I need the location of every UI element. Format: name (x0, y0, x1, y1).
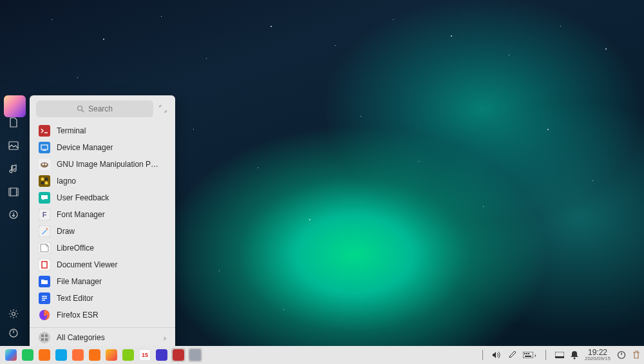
device-icon (39, 142, 50, 153)
search-placeholder: Search (88, 104, 113, 113)
svg-point-19 (41, 178, 44, 181)
system-icon[interactable] (155, 348, 169, 362)
all-categories-label: All Categories (57, 333, 105, 342)
launcher-left-rail-bottom (4, 309, 23, 338)
svg-point-9 (77, 106, 82, 111)
image-icon[interactable] (8, 140, 19, 151)
files-icon (39, 276, 50, 287)
svg-point-44 (573, 358, 575, 359)
app-item-label: Firefox ESR (57, 311, 99, 320)
app-item-iagno[interactable]: Iagno (30, 173, 175, 189)
app-list: Terminal Device Manager GNU Image Manipu… (30, 121, 175, 325)
app-item-docviewer[interactable]: Document Viewer (30, 256, 175, 273)
svg-rect-34 (45, 334, 48, 337)
app-item-device[interactable]: Device Manager (30, 139, 175, 156)
search-icon (77, 105, 84, 113)
settings-icon[interactable] (8, 309, 19, 319)
libreoffice-icon (39, 242, 50, 254)
svg-rect-35 (41, 338, 44, 341)
color-picker-icon[interactable] (507, 350, 516, 359)
app-item-terminal[interactable]: Terminal (30, 122, 175, 139)
svg-point-17 (45, 164, 47, 166)
volume-icon[interactable] (492, 351, 501, 359)
svg-point-7 (12, 312, 15, 316)
taskbar-right: › 19:22 2020/09/15 (480, 349, 640, 361)
svg-rect-13 (43, 150, 46, 151)
svg-rect-2 (9, 142, 18, 149)
notification-icon[interactable] (571, 350, 578, 359)
app-item-label: Iagno (57, 177, 76, 186)
user-avatar[interactable] (4, 95, 26, 117)
terminal-task-icon[interactable] (171, 348, 185, 362)
app-item-firefox[interactable]: Firefox ESR (30, 307, 175, 323)
svg-rect-5 (16, 188, 17, 196)
svg-rect-39 (526, 353, 527, 354)
app-item-draw[interactable]: Draw (30, 223, 175, 240)
appstore-icon[interactable] (88, 348, 102, 362)
gimp-icon (39, 158, 50, 170)
svg-point-22 (45, 182, 48, 185)
filemanager-icon[interactable] (54, 348, 68, 362)
chevron-right-icon: › (164, 333, 166, 343)
video-icon[interactable] (8, 186, 19, 198)
app-item-label: Device Manager (57, 143, 113, 152)
power-icon[interactable] (8, 328, 19, 338)
categories-icon (39, 332, 50, 343)
clock-date: 2020/09/15 (585, 356, 611, 361)
svg-rect-43 (555, 356, 564, 358)
svg-point-21 (41, 182, 44, 185)
svg-rect-11 (39, 142, 50, 153)
separator (545, 350, 546, 360)
downloads-icon[interactable] (8, 209, 19, 221)
svg-rect-4 (10, 188, 11, 196)
app-item-label: Document Viewer (57, 260, 118, 269)
app-item-text[interactable]: Text Editor (30, 290, 175, 307)
gimp-task-icon[interactable] (188, 348, 202, 362)
taskbar-left: 15 (4, 348, 202, 362)
clock[interactable]: 19:22 2020/09/15 (585, 349, 611, 361)
calendar-icon[interactable]: 15 (138, 348, 152, 362)
svg-rect-41 (525, 356, 531, 357)
music-icon[interactable] (8, 163, 19, 175)
all-categories-button[interactable]: All Categories › (30, 327, 175, 347)
iagno-icon (39, 175, 50, 187)
trash-icon[interactable] (632, 350, 640, 359)
svg-rect-33 (41, 334, 44, 337)
svg-rect-40 (528, 353, 529, 354)
firefox-icon[interactable] (71, 348, 85, 362)
app-item-libreoffice[interactable]: LibreOffice (30, 240, 175, 256)
text-icon (39, 292, 50, 304)
firefox-icon (39, 309, 50, 321)
app-item-label: User Feedback (57, 193, 109, 202)
app-item-feedback[interactable]: User Feedback (30, 189, 175, 206)
svg-rect-29 (42, 262, 47, 268)
app-item-label: LibreOffice (57, 244, 94, 253)
app-item-gimp[interactable]: GNU Image Manipulation Pro... (30, 156, 175, 173)
app-item-label: Text Editor (57, 294, 93, 303)
launcher-icon[interactable] (4, 348, 18, 362)
svg-rect-37 (523, 352, 533, 358)
desktop-icon[interactable] (555, 352, 564, 358)
svg-rect-10 (39, 125, 50, 137)
document-icon[interactable] (8, 117, 19, 128)
multitask-icon[interactable] (21, 348, 35, 362)
separator (482, 350, 483, 360)
shutdown-icon[interactable] (617, 350, 626, 359)
app-item-label: GNU Image Manipulation Pro... (57, 160, 160, 169)
music-icon[interactable] (121, 348, 135, 362)
svg-rect-36 (45, 338, 48, 341)
expand-fullscreen-icon[interactable] (157, 103, 169, 115)
workspace-icon[interactable] (37, 348, 52, 362)
app-item-label: Draw (57, 227, 75, 236)
svg-rect-38 (524, 353, 526, 354)
svg-point-15 (41, 162, 48, 168)
docviewer-icon (39, 259, 50, 271)
draw-icon (39, 225, 50, 237)
search-input[interactable]: Search (36, 101, 153, 117)
app-item-label: Font Manager (57, 210, 105, 219)
svg-rect-18 (39, 175, 50, 187)
app-item-font[interactable]: F Font Manager (30, 206, 175, 223)
app-item-files[interactable]: File Manager (30, 273, 175, 290)
keyboard-menu-icon[interactable]: › (523, 352, 536, 359)
album-icon[interactable] (104, 348, 118, 362)
